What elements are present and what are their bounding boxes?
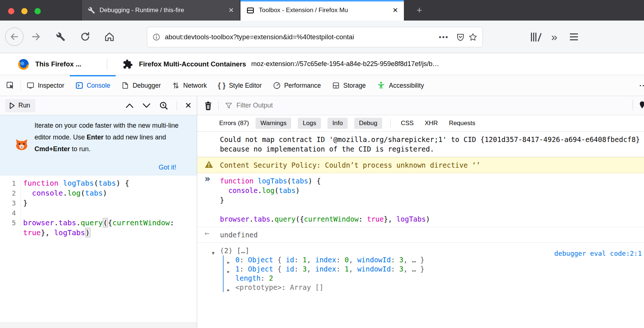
close-editor-button[interactable]: ✕ [185, 101, 192, 110]
reverse-search-icon[interactable] [159, 101, 169, 110]
divider [633, 100, 633, 111]
close-tab-icon[interactable]: ✕ [228, 6, 234, 14]
filter-errors[interactable]: Errors (87) [219, 120, 249, 127]
run-button[interactable]: Run [5, 99, 35, 112]
navigation-toolbar: ••• » [0, 21, 644, 53]
array-preview[interactable]: (2) […] [220, 247, 249, 255]
message-text: Content Security Policy: Couldn’t proces… [220, 161, 480, 169]
devtools-wrench-button[interactable] [56, 32, 65, 41]
divider [177, 101, 177, 110]
expand-arrow-icon[interactable]: ▶ [227, 285, 230, 295]
filter-requests[interactable]: Requests [447, 118, 478, 129]
url-bar[interactable]: ••• [147, 27, 483, 47]
forward-button[interactable] [31, 32, 41, 42]
devtools-more-tools-icon[interactable]: ⋯ [639, 80, 644, 91]
extension-name: Firefox Multi-Account Containers [139, 60, 246, 68]
tab-style-editor[interactable]: { } Style Editor [212, 75, 267, 96]
warning-message-csp: Content Security Policy: Couldn’t proces… [197, 157, 644, 173]
home-icon [104, 32, 115, 42]
array-log-message: ▼ (2) […] debugger eval code:2:1 ▶0: Obj… [197, 243, 644, 295]
tab-inspector[interactable]: Inspector [21, 75, 70, 96]
reload-button[interactable] [80, 32, 90, 42]
filter-css[interactable]: CSS [399, 118, 416, 129]
code-editor[interactable]: 1function logTabs(tabs) {2 console.log(t… [0, 175, 197, 322]
zoom-window-button[interactable] [35, 8, 41, 14]
jsterm-editor-pane: Run ✕ Iterate on your code faster w [0, 96, 197, 328]
filter-debug[interactable]: Debug [354, 118, 382, 129]
reload-icon [80, 32, 90, 42]
filter-warnings[interactable]: Warnings [256, 118, 291, 129]
extension-url: moz-extension://57c65efe-1954-a84e-b225-… [251, 60, 439, 68]
close-tab-icon[interactable]: ✕ [392, 6, 398, 14]
console-toolbar [197, 96, 644, 115]
url-input[interactable] [165, 33, 435, 41]
history-next-button[interactable] [142, 103, 151, 109]
tab-accessibility[interactable]: Accessibility [371, 75, 429, 96]
back-arrow-icon [10, 32, 19, 41]
result-value: undefined [220, 231, 258, 239]
evaluation-result-message: ← undefined [197, 227, 644, 243]
close-window-button[interactable] [8, 8, 14, 14]
forward-arrow-icon [31, 32, 41, 42]
extension-puzzle-icon [123, 59, 133, 69]
object-tree: ▶0: Object { id: 1, index: 0, windowId: … [223, 255, 643, 292]
toolbar-overflow-icon[interactable]: » [551, 32, 557, 43]
back-button[interactable] [5, 28, 23, 46]
window-titlebar: Debugging - Runtime / this-fire ✕ Toolbo… [0, 0, 644, 21]
fox-icon [15, 138, 29, 151]
log-message-contract-id: Could not map contract ID '@mozilla.org/… [197, 132, 644, 157]
bookmark-star-icon[interactable] [468, 33, 477, 41]
tab-debugger[interactable]: Debugger [116, 75, 166, 96]
history-prev-button[interactable] [125, 103, 134, 109]
performance-icon [273, 81, 281, 90]
filter-logs[interactable]: Logs [298, 118, 321, 129]
pick-element-button[interactable] [0, 75, 21, 96]
input-chevrons-icon: » [205, 174, 210, 183]
braces-icon: { } [218, 81, 225, 90]
tab-title: Toolbox - Extension / Firefox Mu [259, 7, 390, 14]
traffic-lights [8, 8, 41, 14]
minimize-window-button[interactable] [21, 8, 28, 14]
expand-collapse-icon[interactable]: ▼ [212, 248, 214, 258]
got-it-link[interactable]: Got it! [159, 164, 176, 171]
library-icon[interactable] [531, 33, 539, 41]
editor-horizontal-scrollbar[interactable] [0, 322, 197, 328]
tab-storage[interactable]: Storage [326, 75, 371, 96]
inspector-icon [26, 81, 35, 90]
input-echo-message: » function logTabs(tabs) { console.log(t… [197, 173, 644, 227]
tab-network[interactable]: Network [166, 75, 212, 96]
tab-title: Debugging - Runtime / this-fire [100, 7, 225, 14]
object-tree-row[interactable]: ▶1: Object { id: 3, index: 1, windowId: … [224, 265, 643, 274]
devtools-tabbar: Inspector Console Debugger Network { } S… [0, 75, 644, 96]
browser-tab-debugging[interactable]: Debugging - Runtime / this-fire ✕ [82, 0, 240, 21]
wrench-icon [88, 7, 95, 14]
divider [390, 119, 391, 127]
tab-performance[interactable]: Performance [267, 75, 326, 96]
object-tree-row[interactable]: length: 2 [224, 274, 643, 283]
play-icon [9, 102, 15, 109]
filter-output-input[interactable] [236, 102, 391, 109]
warning-triangle-icon [205, 160, 213, 168]
object-tree-row[interactable]: ▶0: Object { id: 1, index: 0, windowId: … [224, 255, 643, 265]
info-icon[interactable] [152, 33, 160, 41]
console-icon [75, 81, 83, 90]
new-tab-button[interactable]: + [413, 4, 426, 16]
browser-tab-toolbox[interactable]: Toolbox - Extension / Firefox Mu ✕ [240, 0, 404, 21]
divider [107, 59, 107, 70]
accessibility-icon [377, 81, 386, 90]
pocket-icon[interactable] [456, 33, 465, 41]
filter-info[interactable]: Info [328, 118, 347, 129]
message-text: Could not map contract ID '@mozilla.org/… [220, 135, 640, 153]
menu-hamburger-icon[interactable] [570, 33, 578, 40]
tab-console[interactable]: Console [70, 75, 116, 96]
home-button[interactable] [104, 32, 115, 42]
clear-console-button[interactable] [204, 101, 213, 110]
page-actions-icon[interactable]: ••• [439, 33, 449, 41]
debugger-icon [121, 81, 129, 90]
editor-mode-notification: Iterate on your code faster with the new… [0, 115, 197, 175]
pin-toolbox-icon[interactable] [637, 100, 644, 111]
console-output-pane: Errors (87) Warnings Logs Info Debug CSS… [197, 96, 644, 328]
filter-xhr[interactable]: XHR [423, 118, 440, 129]
object-tree-row[interactable]: ▶<prototype>: Array [] [224, 283, 643, 292]
toolbox-icon [246, 6, 254, 14]
